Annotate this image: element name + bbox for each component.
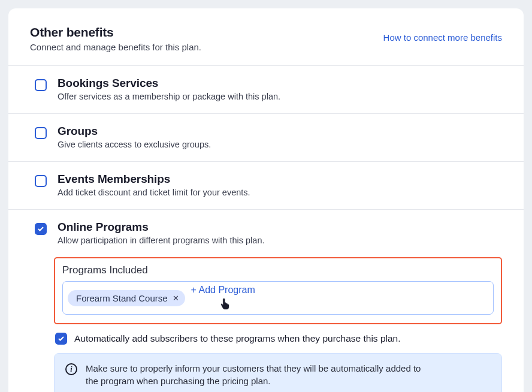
checkbox-auto-add[interactable] — [55, 333, 67, 345]
benefit-desc: Allow participation in different program… — [58, 236, 265, 245]
benefit-desc: Offer services as a membership or packag… — [58, 92, 280, 101]
programs-included-highlight: Programs Included Forearm Stand Course ✕… — [54, 257, 502, 324]
checkbox-online-programs[interactable] — [35, 223, 47, 235]
header-text: Other benefits Connect and manage benefi… — [30, 25, 201, 52]
benefit-title: Events Memberships — [58, 173, 250, 186]
benefit-row-events[interactable]: Events Memberships Add ticket discount a… — [8, 161, 524, 209]
auto-add-option[interactable]: Automatically add subscribers to these p… — [55, 333, 502, 345]
benefit-row-online-programs[interactable]: Online Programs Allow participation in d… — [8, 209, 524, 257]
benefit-desc: Give clients access to exclusive groups. — [58, 140, 211, 149]
program-chip: Forearm Stand Course ✕ — [68, 290, 185, 306]
benefit-text: Events Memberships Add ticket discount a… — [58, 173, 250, 197]
checkbox-bookings[interactable] — [35, 79, 47, 91]
info-icon: i — [65, 363, 77, 375]
check-icon — [58, 335, 65, 342]
help-link[interactable]: How to connect more benefits — [383, 32, 502, 43]
auto-add-label: Automatically add subscribers to these p… — [74, 333, 401, 344]
info-notice-text: Make sure to properly inform your custom… — [86, 362, 421, 387]
benefit-text: Online Programs Allow participation in d… — [58, 221, 265, 245]
remove-chip-icon[interactable]: ✕ — [173, 294, 179, 302]
benefit-desc: Add ticket discount and ticket limit for… — [58, 188, 250, 197]
online-programs-detail: Programs Included Forearm Stand Course ✕… — [8, 257, 524, 392]
benefit-text: Bookings Services Offer services as a me… — [58, 77, 280, 101]
cursor-icon — [220, 297, 231, 313]
benefit-row-groups[interactable]: Groups Give clients access to exclusive … — [8, 113, 524, 161]
programs-included-label: Programs Included — [62, 264, 494, 276]
benefit-title: Online Programs — [58, 221, 265, 234]
add-program-button[interactable]: + Add Program — [191, 285, 255, 295]
checkbox-events[interactable] — [35, 175, 47, 187]
card-header: Other benefits Connect and manage benefi… — [8, 8, 524, 65]
benefit-title: Groups — [58, 125, 211, 138]
check-icon — [37, 225, 44, 233]
program-chip-label: Forearm Stand Course — [76, 293, 168, 303]
benefits-card: Other benefits Connect and manage benefi… — [8, 8, 524, 392]
benefit-row-bookings[interactable]: Bookings Services Offer services as a me… — [8, 65, 524, 113]
page-title: Other benefits — [30, 25, 201, 40]
programs-included-input[interactable]: Forearm Stand Course ✕ + Add Program — [62, 281, 494, 315]
page-subtitle: Connect and manage benefits for this pla… — [30, 42, 201, 52]
info-notice: i Make sure to properly inform your cust… — [54, 353, 502, 392]
benefit-title: Bookings Services — [58, 77, 280, 90]
checkbox-groups[interactable] — [35, 127, 47, 139]
benefit-text: Groups Give clients access to exclusive … — [58, 125, 211, 149]
